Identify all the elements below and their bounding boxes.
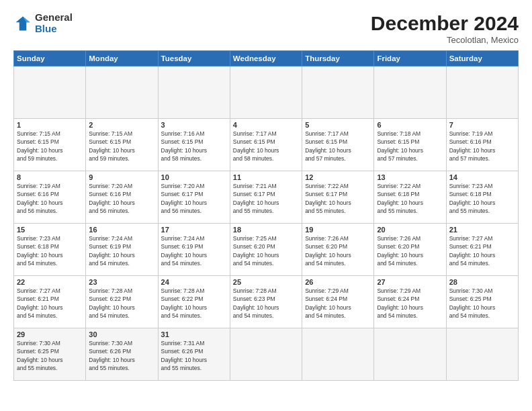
calendar: SundayMondayTuesdayWednesdayThursdayFrid… bbox=[13, 50, 519, 381]
day-number: 20 bbox=[377, 226, 443, 234]
day-info: Sunrise: 7:15 AM Sunset: 6:15 PM Dayligh… bbox=[17, 130, 83, 163]
day-info: Sunrise: 7:22 AM Sunset: 6:18 PM Dayligh… bbox=[377, 182, 443, 215]
week-row-1: 1Sunrise: 7:15 AM Sunset: 6:15 PM Daylig… bbox=[14, 119, 519, 171]
day-cell bbox=[14, 66, 86, 119]
day-cell: 11Sunrise: 7:21 AM Sunset: 6:17 PM Dayli… bbox=[230, 171, 302, 224]
day-number: 14 bbox=[449, 173, 515, 181]
day-info: Sunrise: 7:23 AM Sunset: 6:18 PM Dayligh… bbox=[449, 182, 515, 215]
day-info: Sunrise: 7:27 AM Sunset: 6:21 PM Dayligh… bbox=[449, 234, 515, 267]
day-cell bbox=[374, 328, 446, 381]
day-cell: 10Sunrise: 7:20 AM Sunset: 6:17 PM Dayli… bbox=[158, 171, 230, 224]
col-header-monday: Monday bbox=[86, 51, 158, 66]
logo-icon bbox=[13, 14, 32, 33]
day-cell: 22Sunrise: 7:27 AM Sunset: 6:21 PM Dayli… bbox=[14, 276, 86, 328]
day-number: 4 bbox=[233, 121, 299, 129]
day-cell: 30Sunrise: 7:30 AM Sunset: 6:26 PM Dayli… bbox=[86, 328, 158, 381]
day-number: 9 bbox=[89, 173, 154, 181]
day-cell: 7Sunrise: 7:19 AM Sunset: 6:16 PM Daylig… bbox=[446, 119, 518, 171]
day-number: 24 bbox=[161, 278, 227, 286]
header: General Blue December 2024 Tecolotlan, M… bbox=[13, 12, 519, 45]
day-number: 25 bbox=[233, 278, 299, 286]
day-info: Sunrise: 7:18 AM Sunset: 6:15 PM Dayligh… bbox=[377, 130, 443, 163]
day-cell bbox=[158, 66, 230, 119]
day-cell: 25Sunrise: 7:28 AM Sunset: 6:23 PM Dayli… bbox=[230, 276, 302, 328]
location: Tecolotlan, Mexico bbox=[371, 35, 519, 45]
day-cell: 20Sunrise: 7:26 AM Sunset: 6:20 PM Dayli… bbox=[374, 224, 446, 276]
day-cell: 15Sunrise: 7:23 AM Sunset: 6:18 PM Dayli… bbox=[14, 224, 86, 276]
day-info: Sunrise: 7:17 AM Sunset: 6:15 PM Dayligh… bbox=[233, 130, 299, 163]
day-cell: 2Sunrise: 7:15 AM Sunset: 6:15 PM Daylig… bbox=[86, 119, 158, 171]
day-cell: 19Sunrise: 7:26 AM Sunset: 6:20 PM Dayli… bbox=[302, 224, 374, 276]
day-info: Sunrise: 7:26 AM Sunset: 6:20 PM Dayligh… bbox=[377, 234, 443, 267]
col-header-tuesday: Tuesday bbox=[158, 51, 230, 66]
day-number: 5 bbox=[305, 121, 371, 129]
day-info: Sunrise: 7:28 AM Sunset: 6:22 PM Dayligh… bbox=[89, 287, 154, 320]
day-cell: 5Sunrise: 7:17 AM Sunset: 6:15 PM Daylig… bbox=[302, 119, 374, 171]
day-cell: 23Sunrise: 7:28 AM Sunset: 6:22 PM Dayli… bbox=[86, 276, 158, 328]
day-info: Sunrise: 7:25 AM Sunset: 6:20 PM Dayligh… bbox=[233, 234, 299, 267]
day-cell: 14Sunrise: 7:23 AM Sunset: 6:18 PM Dayli… bbox=[446, 171, 518, 224]
day-number: 21 bbox=[449, 226, 515, 234]
day-cell bbox=[230, 66, 302, 119]
day-number: 17 bbox=[161, 226, 227, 234]
col-header-saturday: Saturday bbox=[446, 51, 518, 66]
day-info: Sunrise: 7:15 AM Sunset: 6:15 PM Dayligh… bbox=[89, 130, 154, 163]
header-row: SundayMondayTuesdayWednesdayThursdayFrid… bbox=[14, 51, 519, 66]
day-number: 8 bbox=[17, 173, 83, 181]
day-info: Sunrise: 7:30 AM Sunset: 6:25 PM Dayligh… bbox=[17, 339, 83, 372]
day-info: Sunrise: 7:28 AM Sunset: 6:23 PM Dayligh… bbox=[233, 287, 299, 320]
day-cell: 31Sunrise: 7:31 AM Sunset: 6:26 PM Dayli… bbox=[158, 328, 230, 381]
day-info: Sunrise: 7:29 AM Sunset: 6:24 PM Dayligh… bbox=[377, 287, 443, 320]
day-cell: 24Sunrise: 7:28 AM Sunset: 6:22 PM Dayli… bbox=[158, 276, 230, 328]
day-cell bbox=[86, 66, 158, 119]
day-cell: 9Sunrise: 7:20 AM Sunset: 6:16 PM Daylig… bbox=[86, 171, 158, 224]
day-cell: 16Sunrise: 7:24 AM Sunset: 6:19 PM Dayli… bbox=[86, 224, 158, 276]
day-cell: 28Sunrise: 7:30 AM Sunset: 6:25 PM Dayli… bbox=[446, 276, 518, 328]
day-info: Sunrise: 7:24 AM Sunset: 6:19 PM Dayligh… bbox=[89, 234, 154, 267]
col-header-friday: Friday bbox=[374, 51, 446, 66]
month-title: December 2024 bbox=[371, 12, 519, 35]
day-info: Sunrise: 7:23 AM Sunset: 6:18 PM Dayligh… bbox=[17, 234, 83, 267]
page: General Blue December 2024 Tecolotlan, M… bbox=[0, 0, 532, 411]
day-number: 18 bbox=[233, 226, 299, 234]
day-number: 11 bbox=[233, 173, 299, 181]
day-cell bbox=[374, 66, 446, 119]
day-number: 31 bbox=[161, 330, 227, 338]
title-block: December 2024 Tecolotlan, Mexico bbox=[371, 12, 519, 45]
day-cell: 18Sunrise: 7:25 AM Sunset: 6:20 PM Dayli… bbox=[230, 224, 302, 276]
day-info: Sunrise: 7:31 AM Sunset: 6:26 PM Dayligh… bbox=[161, 339, 227, 372]
day-number: 2 bbox=[89, 121, 154, 129]
day-cell: 1Sunrise: 7:15 AM Sunset: 6:15 PM Daylig… bbox=[14, 119, 86, 171]
week-row-0 bbox=[14, 66, 519, 119]
day-number: 16 bbox=[89, 226, 154, 234]
day-info: Sunrise: 7:22 AM Sunset: 6:17 PM Dayligh… bbox=[305, 182, 371, 215]
day-cell bbox=[230, 328, 302, 381]
day-info: Sunrise: 7:19 AM Sunset: 6:16 PM Dayligh… bbox=[449, 130, 515, 163]
day-number: 3 bbox=[161, 121, 227, 129]
day-number: 30 bbox=[89, 330, 154, 338]
day-number: 12 bbox=[305, 173, 371, 181]
week-row-4: 22Sunrise: 7:27 AM Sunset: 6:21 PM Dayli… bbox=[14, 276, 519, 328]
day-info: Sunrise: 7:26 AM Sunset: 6:20 PM Dayligh… bbox=[305, 234, 371, 267]
day-info: Sunrise: 7:30 AM Sunset: 6:25 PM Dayligh… bbox=[449, 287, 515, 320]
day-cell bbox=[302, 66, 374, 119]
day-number: 29 bbox=[17, 330, 83, 338]
day-number: 7 bbox=[449, 121, 515, 129]
day-cell: 4Sunrise: 7:17 AM Sunset: 6:15 PM Daylig… bbox=[230, 119, 302, 171]
col-header-thursday: Thursday bbox=[302, 51, 374, 66]
day-info: Sunrise: 7:28 AM Sunset: 6:22 PM Dayligh… bbox=[161, 287, 227, 320]
day-number: 13 bbox=[377, 173, 443, 181]
col-header-sunday: Sunday bbox=[14, 51, 86, 66]
day-cell: 26Sunrise: 7:29 AM Sunset: 6:24 PM Dayli… bbox=[302, 276, 374, 328]
week-row-5: 29Sunrise: 7:30 AM Sunset: 6:25 PM Dayli… bbox=[14, 328, 519, 381]
logo-blue-text: Blue bbox=[35, 24, 73, 35]
day-info: Sunrise: 7:20 AM Sunset: 6:16 PM Dayligh… bbox=[89, 182, 154, 215]
day-info: Sunrise: 7:30 AM Sunset: 6:26 PM Dayligh… bbox=[89, 339, 154, 372]
day-info: Sunrise: 7:16 AM Sunset: 6:15 PM Dayligh… bbox=[161, 130, 227, 163]
day-cell bbox=[446, 328, 518, 381]
day-number: 19 bbox=[305, 226, 371, 234]
day-cell: 8Sunrise: 7:19 AM Sunset: 6:16 PM Daylig… bbox=[14, 171, 86, 224]
day-info: Sunrise: 7:27 AM Sunset: 6:21 PM Dayligh… bbox=[17, 287, 83, 320]
day-cell: 3Sunrise: 7:16 AM Sunset: 6:15 PM Daylig… bbox=[158, 119, 230, 171]
day-cell: 29Sunrise: 7:30 AM Sunset: 6:25 PM Dayli… bbox=[14, 328, 86, 381]
